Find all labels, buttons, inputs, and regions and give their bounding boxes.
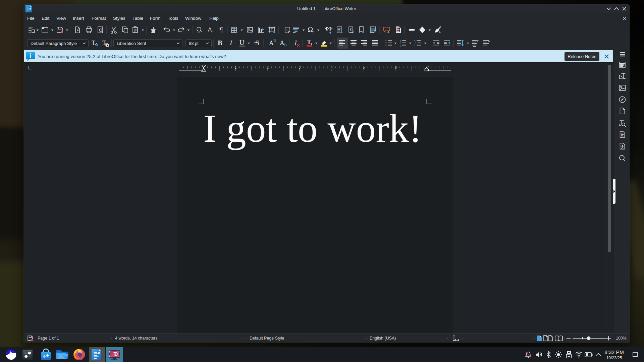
svg-text:B: B [218, 39, 222, 47]
svg-text:T: T [92, 40, 95, 46]
svg-text:1: 1 [235, 65, 237, 69]
svg-text:3: 3 [299, 65, 301, 69]
svg-text:3: 3 [400, 44, 401, 47]
svg-text:B: B [284, 43, 287, 47]
svg-text:I: I [229, 39, 232, 47]
svg-text:A: A [280, 39, 284, 46]
svg-text:B: B [273, 38, 276, 43]
svg-text:4: 4 [331, 65, 333, 69]
svg-text:5: 5 [363, 65, 365, 69]
svg-text:I: I [294, 39, 297, 47]
svg-text:6: 6 [395, 65, 397, 69]
svg-text:A: A [269, 39, 274, 46]
svg-text:T: T [307, 39, 311, 46]
svg-text:U: U [239, 39, 245, 46]
svg-text:2: 2 [267, 65, 269, 69]
